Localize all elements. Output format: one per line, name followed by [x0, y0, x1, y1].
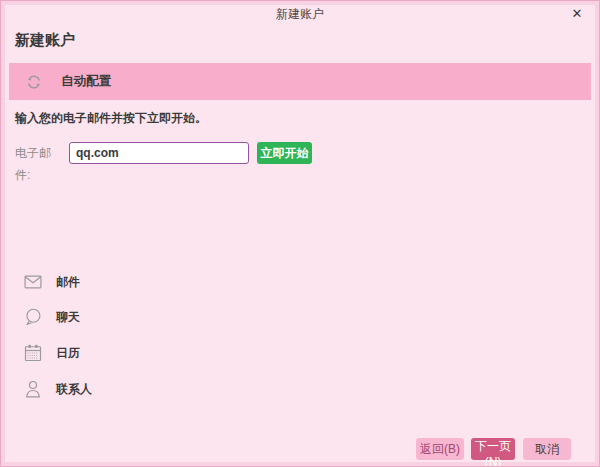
feature-item-mail[interactable]: 邮件 — [1, 269, 201, 295]
feature-label: 邮件 — [56, 274, 80, 291]
window-title: 新建账户 — [1, 6, 599, 23]
auto-config-label: 自动配置 — [61, 73, 111, 90]
feature-item-calendar[interactable]: 日历 — [1, 340, 201, 366]
email-row: 电子邮件: 立即开始 — [1, 142, 599, 164]
back-button[interactable]: 返回(B) — [416, 438, 464, 460]
email-label: 电子邮件: — [15, 142, 65, 164]
sync-icon — [24, 72, 44, 92]
feature-item-chat[interactable]: 聊天 — [1, 304, 201, 330]
email-input[interactable] — [69, 142, 249, 164]
close-icon[interactable]: ✕ — [567, 4, 587, 24]
start-now-button[interactable]: 立即开始 — [257, 142, 312, 164]
next-button[interactable]: 下一页(N) — [471, 438, 515, 460]
auto-config-banner[interactable]: 自动配置 — [9, 63, 591, 100]
calendar-icon — [23, 343, 43, 363]
feature-label: 聊天 — [56, 309, 80, 326]
chat-icon — [23, 307, 43, 327]
cancel-button[interactable]: 取消 — [523, 438, 571, 460]
instruction-text: 输入您的电子邮件并按下立即开始。 — [15, 110, 207, 127]
page-title: 新建账户 — [15, 31, 75, 50]
contacts-icon — [23, 379, 43, 399]
new-account-dialog: 新建账户 ✕ 新建账户 自动配置 输入您的电子邮件并按下立即开始。 电子邮件: … — [0, 0, 600, 467]
feature-label: 日历 — [56, 345, 80, 362]
feature-label: 联系人 — [56, 381, 92, 398]
mail-icon — [23, 272, 43, 292]
feature-item-contacts[interactable]: 联系人 — [1, 376, 201, 402]
